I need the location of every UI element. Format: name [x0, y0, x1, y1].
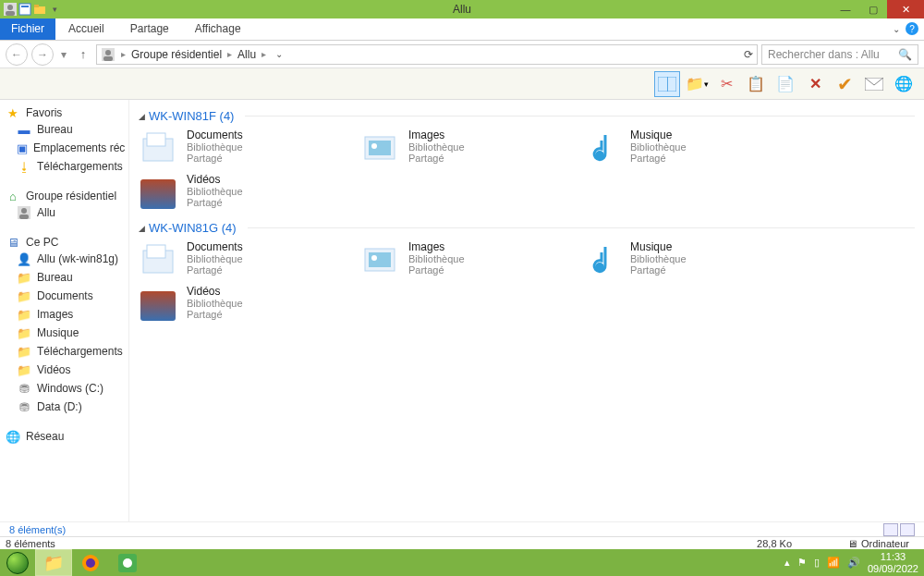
view-tiles-button[interactable] [900, 523, 915, 536]
delete-button[interactable]: ✕ [802, 71, 828, 97]
search-box[interactable]: Rechercher dans : Allu 🔍 [761, 44, 918, 65]
sidebar-item-bureau[interactable]: ▬Bureau [4, 120, 125, 139]
sidebar-homegroup[interactable]: ⌂Groupe résidentiel [4, 189, 125, 203]
taskbar-app[interactable] [109, 549, 146, 576]
sidebar-item[interactable]: 👤Allu (wk-win81g) [4, 250, 125, 268]
section-header[interactable]: ◢WK-WIN81G (4) [139, 221, 915, 235]
documents-icon [139, 240, 177, 279]
sidebar-item[interactable]: 📁Vidéos [4, 361, 125, 379]
desktop-icon: ▬ [17, 122, 31, 137]
qat-user-icon[interactable] [4, 3, 17, 16]
taskbar-explorer[interactable]: 📁 [35, 549, 72, 576]
qat-dropdown-icon[interactable]: ▾ [48, 3, 61, 16]
mail-button[interactable] [861, 71, 887, 97]
sidebar-item[interactable]: 📁Images [4, 305, 125, 324]
svg-rect-17 [147, 133, 165, 146]
pc-icon: 🖥 [6, 235, 20, 250]
tray-battery-icon[interactable]: ▯ [814, 557, 820, 569]
breadcrumb-item[interactable]: Allu [237, 48, 256, 61]
history-dropdown[interactable]: ▾ [57, 43, 70, 66]
status-count: 8 éléments [6, 538, 55, 549]
library-item[interactable]: DocumentsBibliothèquePartagé [139, 240, 323, 279]
tray-flag-icon[interactable]: ⚑ [797, 557, 807, 569]
breadcrumb-sep-icon[interactable]: ▸ [261, 49, 266, 59]
tab-partage[interactable]: Partage [117, 18, 182, 40]
breadcrumb-sep-icon[interactable]: ▸ [121, 49, 126, 59]
item-name: Images [408, 129, 465, 141]
item-sub1: Bibliothèque [408, 253, 465, 264]
navigation-bar: ← → ▾ ↑ ▸ Groupe résidentiel ▸ Allu ▸ ⌄ … [0, 41, 924, 68]
section-header[interactable]: ◢WK-WIN81F (4) [139, 109, 915, 123]
item-count: 8 élément(s) [9, 524, 66, 535]
sidebar-item[interactable]: 📁Bureau [4, 268, 125, 287]
close-button[interactable]: ✕ [887, 0, 924, 18]
breadcrumb-item[interactable]: Groupe résidentiel [131, 48, 222, 61]
address-bar[interactable]: ▸ Groupe résidentiel ▸ Allu ▸ ⌄ ⟳ [96, 44, 758, 65]
svg-point-29 [86, 558, 95, 568]
qat-newfolder-icon[interactable] [33, 3, 46, 16]
minimize-button[interactable]: ― [832, 0, 859, 18]
sidebar-network[interactable]: 🌐Réseau [4, 429, 125, 444]
taskbar-firefox[interactable] [72, 549, 109, 576]
library-item[interactable]: VidéosBibliothèquePartagé [139, 285, 323, 324]
sidebar-item[interactable]: ⛃Data (D:) [4, 398, 125, 416]
sidebar-item-allu[interactable]: Allu [4, 203, 125, 222]
library-item[interactable]: ImagesBibliothèquePartagé [360, 240, 545, 279]
library-item[interactable]: DocumentsBibliothèquePartagé [139, 129, 323, 167]
view-details-button[interactable] [883, 523, 898, 536]
library-item[interactable]: VidéosBibliothèquePartagé [139, 173, 323, 212]
tray-clock[interactable]: 11:33 09/09/2022 [868, 551, 918, 573]
sidebar-item[interactable]: ⛃Windows (C:) [4, 379, 125, 398]
library-item[interactable]: MusiqueBibliothèquePartagé [582, 240, 767, 279]
images-icon [360, 129, 399, 167]
file-tab[interactable]: Fichier [0, 18, 55, 40]
globe-button[interactable]: 🌐 [891, 71, 917, 97]
refresh-button[interactable]: ⟳ [744, 48, 753, 61]
breadcrumb-sep-icon[interactable]: ▸ [227, 49, 232, 59]
qat-properties-icon[interactable] [18, 3, 31, 16]
sidebar-favoris[interactable]: ★Favoris [4, 105, 125, 120]
address-dropdown-icon[interactable]: ⌄ [275, 49, 283, 59]
item-name: Images [408, 240, 465, 253]
tray-volume-icon[interactable]: 🔊 [847, 557, 860, 569]
videos-icon [139, 285, 177, 324]
library-item[interactable]: ImagesBibliothèquePartagé [360, 129, 545, 167]
item-sub2: Partagé [408, 264, 465, 276]
item-sub1: Bibliothèque [408, 141, 465, 153]
copy-button[interactable]: 📋 [743, 71, 769, 97]
tab-affichage[interactable]: Affichage [182, 18, 254, 40]
collapse-icon: ◢ [139, 224, 145, 233]
svg-point-27 [595, 263, 604, 272]
help-icon[interactable]: ? [906, 22, 918, 35]
sidebar-item[interactable]: 📁Téléchargements [4, 342, 125, 361]
item-name: Vidéos [187, 173, 243, 186]
svg-rect-15 [19, 214, 29, 219]
confirm-button[interactable]: ✔ [832, 71, 857, 97]
item-sub1: Bibliothèque [630, 141, 687, 153]
library-item[interactable]: MusiqueBibliothèquePartagé [582, 129, 767, 167]
sidebar-item-recent[interactable]: ▣Emplacements récen [4, 139, 125, 157]
tab-accueil[interactable]: Accueil [55, 18, 117, 40]
content-area[interactable]: ◢WK-WIN81F (4)DocumentsBibliothèqueParta… [129, 100, 924, 521]
tray-chevron-icon[interactable]: ▴ [784, 557, 790, 569]
sidebar-thispc[interactable]: 🖥Ce PC [4, 235, 125, 250]
sidebar-item[interactable]: 📁Musique [4, 324, 125, 342]
outer-status-bar: 8 éléments 28,8 Ko 🖥Ordinateur [0, 536, 924, 549]
tray-network-icon[interactable]: 📶 [827, 557, 840, 569]
preview-pane-button[interactable] [654, 71, 680, 97]
status-computer: 🖥Ordinateur [847, 538, 909, 549]
ribbon-collapse-icon[interactable]: ⌄ [893, 24, 900, 34]
maximize-button[interactable]: ▢ [859, 0, 887, 18]
start-button[interactable] [0, 549, 35, 576]
up-button[interactable]: ↑ [74, 45, 92, 64]
forward-button[interactable]: → [31, 43, 54, 66]
folder-icon: 📁 [17, 288, 31, 303]
svg-point-14 [21, 208, 27, 214]
svg-rect-3 [19, 4, 30, 15]
paste-button[interactable]: 📄 [772, 71, 798, 97]
organize-button[interactable]: 📁▾ [684, 71, 710, 97]
cut-button[interactable]: ✂ [713, 71, 739, 97]
sidebar-item[interactable]: 📁Documents [4, 287, 125, 305]
sidebar-item-downloads[interactable]: ⭳Téléchargements [4, 157, 125, 176]
back-button[interactable]: ← [6, 43, 28, 66]
